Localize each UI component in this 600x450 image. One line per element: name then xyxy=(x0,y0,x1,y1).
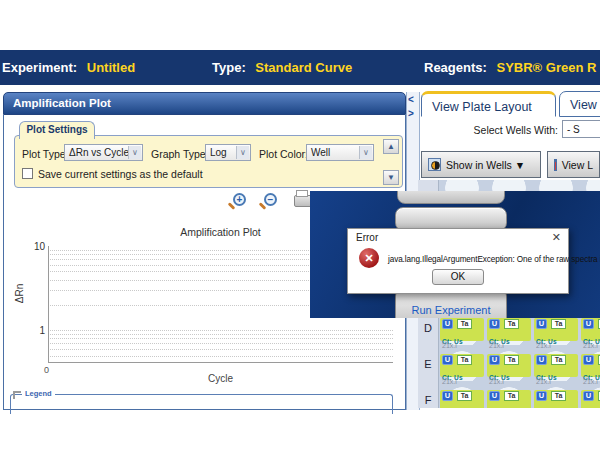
plot-settings-tab[interactable]: Plot Settings xyxy=(19,121,95,139)
sample-type-icon: U xyxy=(536,319,547,329)
y-tick-10: 10 xyxy=(27,241,45,252)
x-axis xyxy=(48,362,393,363)
target-icon: Ta xyxy=(504,319,519,329)
target-icon: Ta xyxy=(551,391,566,401)
well-sample-name: 21x.l xyxy=(536,378,551,385)
sample-type-icon: U xyxy=(536,355,547,365)
legend-collapse-icon[interactable] xyxy=(13,391,21,399)
well-sample-name: 21x.l xyxy=(583,342,598,349)
plate-row-label-D: D xyxy=(418,322,438,334)
save-default-checkbox[interactable] xyxy=(22,168,33,179)
chevron-down-icon: ∨ xyxy=(128,146,141,159)
zoom-in-icon[interactable]: + xyxy=(233,193,246,206)
graph-type-value: Log xyxy=(210,147,227,158)
well-sample-name: 21x.l xyxy=(489,378,504,385)
tab-view-well-table[interactable]: View xyxy=(559,91,600,117)
plot-color-label: Plot Color: xyxy=(259,148,308,160)
sample-type-icon: U xyxy=(583,319,594,329)
instrument-button-top[interactable] xyxy=(397,191,505,204)
target-icon: Ta xyxy=(457,319,472,329)
select-wells-dropdown[interactable]: - S xyxy=(562,120,600,138)
sample-type-icon: U xyxy=(442,391,453,401)
scroll-down-button[interactable]: ▼ xyxy=(383,170,399,185)
reagents-value: SYBR® Green R xyxy=(496,60,596,75)
app-window: Experiment: Untitled Type: Standard Curv… xyxy=(0,0,600,450)
table-grid-icon xyxy=(554,159,557,171)
graph-type-select[interactable]: Log ∨ xyxy=(205,144,251,161)
well-D2[interactable]: UTaCt: Us xyxy=(487,318,531,341)
well-E1[interactable]: UTaCt: Us xyxy=(440,354,484,377)
ok-button[interactable]: OK xyxy=(432,269,484,285)
sample-type-icon: U xyxy=(442,319,453,329)
y-tick-1: 1 xyxy=(27,325,45,336)
chevron-down-icon: ∨ xyxy=(236,146,249,159)
legend-label: Legend xyxy=(22,389,55,398)
zoom-out-icon[interactable]: − xyxy=(264,193,277,206)
well-E4[interactable]: UTaCt: Us xyxy=(581,354,600,377)
plot-color-select[interactable]: Well ∨ xyxy=(306,144,374,161)
select-wells-label: Select Wells With: xyxy=(450,124,558,136)
scroll-up-button[interactable]: ▲ xyxy=(383,139,399,154)
sample-type-icon: U xyxy=(583,391,594,401)
well-sample-name: 21x.l xyxy=(489,342,504,349)
sample-type-icon: U xyxy=(583,355,594,365)
gridline-0.7 xyxy=(48,343,393,344)
sample-type-icon: U xyxy=(489,391,500,401)
experiment-field: Experiment: Untitled xyxy=(2,60,135,75)
chevron-down-icon: ∨ xyxy=(359,146,372,159)
experiment-label: Experiment: xyxy=(2,60,77,75)
well-F3[interactable]: UTaCt: Us xyxy=(534,390,578,408)
gridline-0.6 xyxy=(48,349,393,350)
y-axis xyxy=(48,246,49,363)
close-icon[interactable]: ✕ xyxy=(552,231,561,244)
well-sample-name: 21x.l xyxy=(442,378,457,385)
well-color-icon xyxy=(428,158,441,171)
sample-type-icon: U xyxy=(489,355,500,365)
error-dialog: Error ✕ ✕ java.lang.IllegalArgumentExcep… xyxy=(347,228,569,294)
well-D4[interactable]: UTaCt: Us xyxy=(581,318,600,341)
well-E3[interactable]: UTaCt: Us xyxy=(534,354,578,377)
target-icon: Ta xyxy=(551,355,566,365)
gridline-0.9 xyxy=(48,334,393,335)
view-legend-label: View L xyxy=(562,159,593,171)
gridline-0.8 xyxy=(48,338,393,339)
type-label: Type: xyxy=(212,60,246,75)
well-sample-name: 21x.l xyxy=(536,342,551,349)
error-dialog-title: Error xyxy=(356,232,378,243)
plot-type-label: Plot Type: xyxy=(22,148,69,160)
view-legend-button[interactable]: View L xyxy=(547,151,600,178)
target-icon: Ta xyxy=(457,391,472,401)
well-E2[interactable]: UTaCt: Us xyxy=(487,354,531,377)
graph-type-label: Graph Type: xyxy=(151,148,209,160)
plot-type-value: ΔRn vs Cycle xyxy=(69,147,129,158)
well-F4[interactable]: UTaCt: Us xyxy=(581,390,600,408)
show-in-wells-button[interactable]: Show in Wells ▼ xyxy=(421,151,541,178)
well-D3[interactable]: UTaCt: Us xyxy=(534,318,578,341)
legend-panel xyxy=(10,394,393,414)
well-F2[interactable]: UTaCt: Us xyxy=(487,390,531,408)
show-in-wells-label: Show in Wells ▼ xyxy=(446,159,525,171)
type-value: Standard Curve xyxy=(255,60,352,75)
well-F1[interactable]: UTaCt: Us xyxy=(440,390,484,408)
target-icon: Ta xyxy=(551,319,566,329)
plot-type-select[interactable]: ΔRn vs Cycle ∨ xyxy=(64,144,143,161)
well-sample-name: 21x.l xyxy=(442,342,457,349)
gridline-0.5 xyxy=(48,356,393,357)
target-icon: Ta xyxy=(504,391,519,401)
tab-view-plate-layout[interactable]: View Plate Layout xyxy=(421,91,556,117)
reagents-label: Reagents: xyxy=(424,60,487,75)
plate-row-label-F: F xyxy=(418,394,438,406)
x-axis-label: Cycle xyxy=(48,373,393,384)
save-default-label: Save current settings as the default xyxy=(38,168,203,180)
gridline-1 xyxy=(48,330,393,331)
error-x-icon: ✕ xyxy=(359,248,379,268)
reagents-field: Reagents: SYBR® Green R xyxy=(424,60,596,75)
well-D1[interactable]: UTaCt: Us xyxy=(440,318,484,341)
expand-right-icon[interactable]: > xyxy=(408,108,414,119)
target-icon: Ta xyxy=(457,355,472,365)
run-experiment-label: Run Experiment xyxy=(396,304,506,316)
plot-settings-group xyxy=(14,135,403,188)
collapse-left-icon[interactable]: < xyxy=(408,94,414,105)
well-sample-name: 21x.l xyxy=(583,378,598,385)
amplification-plot-header: Amplification Plot xyxy=(3,92,406,115)
